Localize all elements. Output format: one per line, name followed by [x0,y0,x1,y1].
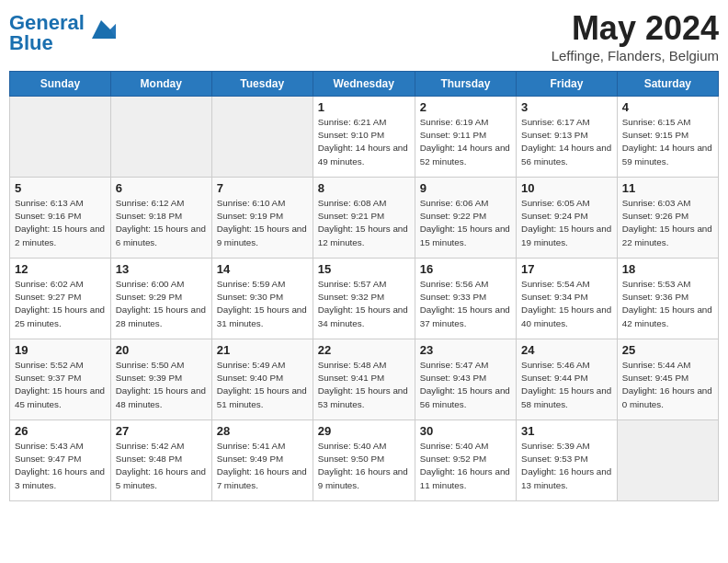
calendar-week-3: 12Sunrise: 6:02 AMSunset: 9:27 PMDayligh… [10,259,719,339]
day-info: Sunrise: 5:44 AMSunset: 9:45 PMDaylight:… [622,359,713,411]
calendar-cell: 2Sunrise: 6:19 AMSunset: 9:11 PMDaylight… [415,97,516,178]
day-number: 17 [521,262,612,276]
location: Leffinge, Flanders, Belgium [552,48,719,63]
logo-icon [86,17,116,42]
day-info: Sunrise: 6:10 AMSunset: 9:19 PMDaylight:… [217,197,308,249]
day-number: 29 [318,424,410,438]
day-header-sunday: Sunday [10,72,111,97]
day-info: Sunrise: 6:21 AMSunset: 9:10 PMDaylight:… [318,116,410,168]
calendar-cell: 14Sunrise: 5:59 AMSunset: 9:30 PMDayligh… [211,259,313,339]
logo-text: General [9,13,85,33]
page-header: General Blue May 2024 Leffinge, Flanders… [9,9,719,63]
day-info: Sunrise: 5:40 AMSunset: 9:50 PMDaylight:… [318,440,410,492]
day-number: 2 [420,100,511,114]
calendar-week-5: 26Sunrise: 5:43 AMSunset: 9:47 PMDayligh… [10,420,719,501]
day-header-wednesday: Wednesday [313,72,415,97]
calendar-cell: 30Sunrise: 5:40 AMSunset: 9:52 PMDayligh… [415,420,516,501]
day-number: 12 [15,262,106,276]
calendar-cell: 3Sunrise: 6:17 AMSunset: 9:13 PMDaylight… [517,97,618,178]
calendar-week-1: 1Sunrise: 6:21 AMSunset: 9:10 PMDaylight… [10,97,719,178]
day-header-tuesday: Tuesday [211,72,313,97]
day-number: 18 [622,262,713,276]
day-number: 31 [521,424,612,438]
day-header-saturday: Saturday [617,72,718,97]
day-number: 3 [521,100,612,114]
day-info: Sunrise: 6:00 AMSunset: 9:29 PMDaylight:… [116,278,207,330]
calendar-cell: 31Sunrise: 5:39 AMSunset: 9:53 PMDayligh… [517,420,618,501]
day-number: 25 [622,343,713,357]
calendar-cell: 29Sunrise: 5:40 AMSunset: 9:50 PMDayligh… [313,420,415,501]
day-number: 10 [521,181,612,195]
day-header-friday: Friday [517,72,618,97]
day-info: Sunrise: 5:56 AMSunset: 9:33 PMDaylight:… [420,278,511,330]
day-info: Sunrise: 6:13 AMSunset: 9:16 PMDaylight:… [15,197,106,249]
calendar-cell: 22Sunrise: 5:48 AMSunset: 9:41 PMDayligh… [313,339,415,420]
calendar-cell: 17Sunrise: 5:54 AMSunset: 9:34 PMDayligh… [517,259,618,339]
calendar-cell: 8Sunrise: 6:08 AMSunset: 9:21 PMDaylight… [313,178,415,259]
calendar-cell: 21Sunrise: 5:49 AMSunset: 9:40 PMDayligh… [211,339,313,420]
calendar-cell [211,97,313,178]
day-number: 27 [116,424,207,438]
day-number: 28 [217,424,308,438]
day-info: Sunrise: 5:50 AMSunset: 9:39 PMDaylight:… [116,359,207,411]
day-number: 24 [521,343,612,357]
calendar-cell: 1Sunrise: 6:21 AMSunset: 9:10 PMDaylight… [313,97,415,178]
calendar-cell: 15Sunrise: 5:57 AMSunset: 9:32 PMDayligh… [313,259,415,339]
day-header-thursday: Thursday [415,72,516,97]
day-info: Sunrise: 6:03 AMSunset: 9:26 PMDaylight:… [622,197,713,249]
calendar-cell: 26Sunrise: 5:43 AMSunset: 9:47 PMDayligh… [10,420,111,501]
calendar-cell [110,97,211,178]
day-number: 20 [116,343,207,357]
calendar-cell: 23Sunrise: 5:47 AMSunset: 9:43 PMDayligh… [415,339,516,420]
day-info: Sunrise: 5:41 AMSunset: 9:49 PMDaylight:… [217,440,308,492]
day-number: 7 [217,181,308,195]
day-number: 4 [622,100,713,114]
calendar-cell: 25Sunrise: 5:44 AMSunset: 9:45 PMDayligh… [617,339,718,420]
day-number: 15 [318,262,410,276]
day-info: Sunrise: 5:42 AMSunset: 9:48 PMDaylight:… [116,440,207,492]
day-number: 19 [15,343,106,357]
day-info: Sunrise: 5:39 AMSunset: 9:53 PMDaylight:… [521,440,612,492]
day-number: 13 [116,262,207,276]
calendar-cell: 13Sunrise: 6:00 AMSunset: 9:29 PMDayligh… [110,259,211,339]
day-info: Sunrise: 6:02 AMSunset: 9:27 PMDaylight:… [15,278,106,330]
day-info: Sunrise: 5:53 AMSunset: 9:36 PMDaylight:… [622,278,713,330]
day-info: Sunrise: 5:47 AMSunset: 9:43 PMDaylight:… [420,359,511,411]
day-info: Sunrise: 6:19 AMSunset: 9:11 PMDaylight:… [420,116,511,168]
day-info: Sunrise: 5:54 AMSunset: 9:34 PMDaylight:… [521,278,612,330]
calendar-week-2: 5Sunrise: 6:13 AMSunset: 9:16 PMDaylight… [10,178,719,259]
day-number: 1 [318,100,410,114]
calendar-cell: 10Sunrise: 6:05 AMSunset: 9:24 PMDayligh… [517,178,618,259]
day-info: Sunrise: 6:06 AMSunset: 9:22 PMDaylight:… [420,197,511,249]
day-number: 5 [15,181,106,195]
calendar-cell: 20Sunrise: 5:50 AMSunset: 9:39 PMDayligh… [110,339,211,420]
calendar-cell: 5Sunrise: 6:13 AMSunset: 9:16 PMDaylight… [10,178,111,259]
day-info: Sunrise: 6:05 AMSunset: 9:24 PMDaylight:… [521,197,612,249]
day-info: Sunrise: 6:12 AMSunset: 9:18 PMDaylight:… [116,197,207,249]
day-info: Sunrise: 5:49 AMSunset: 9:40 PMDaylight:… [217,359,308,411]
calendar-cell: 12Sunrise: 6:02 AMSunset: 9:27 PMDayligh… [10,259,111,339]
calendar-cell: 28Sunrise: 5:41 AMSunset: 9:49 PMDayligh… [211,420,313,501]
logo: General Blue [9,13,116,53]
day-number: 22 [318,343,410,357]
calendar-cell: 11Sunrise: 6:03 AMSunset: 9:26 PMDayligh… [617,178,718,259]
calendar-cell [10,97,111,178]
day-header-monday: Monday [110,72,211,97]
day-number: 30 [420,424,511,438]
day-number: 23 [420,343,511,357]
day-info: Sunrise: 5:52 AMSunset: 9:37 PMDaylight:… [15,359,106,411]
calendar-week-4: 19Sunrise: 5:52 AMSunset: 9:37 PMDayligh… [10,339,719,420]
title-section: May 2024 Leffinge, Flanders, Belgium [552,9,719,63]
calendar-cell: 7Sunrise: 6:10 AMSunset: 9:19 PMDaylight… [211,178,313,259]
calendar-cell: 6Sunrise: 6:12 AMSunset: 9:18 PMDaylight… [110,178,211,259]
day-info: Sunrise: 6:08 AMSunset: 9:21 PMDaylight:… [318,197,410,249]
day-info: Sunrise: 6:17 AMSunset: 9:13 PMDaylight:… [521,116,612,168]
day-number: 9 [420,181,511,195]
calendar-cell: 27Sunrise: 5:42 AMSunset: 9:48 PMDayligh… [110,420,211,501]
day-info: Sunrise: 5:59 AMSunset: 9:30 PMDaylight:… [217,278,308,330]
day-number: 26 [15,424,106,438]
calendar-cell: 16Sunrise: 5:56 AMSunset: 9:33 PMDayligh… [415,259,516,339]
day-info: Sunrise: 5:48 AMSunset: 9:41 PMDaylight:… [318,359,410,411]
day-number: 16 [420,262,511,276]
day-info: Sunrise: 5:57 AMSunset: 9:32 PMDaylight:… [318,278,410,330]
